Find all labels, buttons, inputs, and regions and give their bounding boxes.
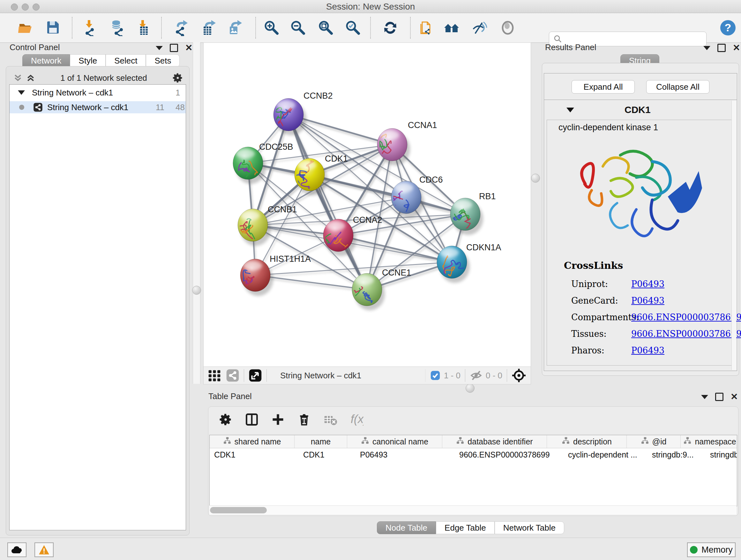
float-panel-icon[interactable]: [701, 395, 708, 399]
selected-checkbox-icon[interactable]: [430, 370, 441, 381]
node-table[interactable]: shared namenamecanonical namedatabase id…: [209, 435, 737, 506]
results-scrollbar[interactable]: [731, 101, 736, 370]
tab-edge-table[interactable]: Edge Table: [436, 521, 495, 534]
right-splitter-handle[interactable]: [531, 174, 540, 183]
left-splitter[interactable]: [193, 43, 200, 384]
cloud-button[interactable]: [7, 543, 26, 557]
cell[interactable]: 9606.ENSP00000378699: [455, 448, 563, 461]
import-table-icon[interactable]: [134, 18, 152, 37]
network-collection-row[interactable]: String Network – cdk1 1: [10, 86, 186, 99]
refresh-icon[interactable]: [381, 18, 400, 37]
maximize-panel-icon[interactable]: [718, 44, 726, 52]
crosslink-value-link[interactable]: P06493: [631, 346, 664, 355]
memory-button[interactable]: Memory: [687, 543, 736, 557]
column-header-database-identifier[interactable]: database identifier: [442, 435, 547, 448]
cell[interactable]: stringdb:9...: [648, 448, 705, 461]
export-table-icon[interactable]: [199, 18, 218, 37]
delete-table-icon[interactable]: [323, 412, 338, 427]
node-CCNB1[interactable]: [229, 209, 268, 241]
home-icon[interactable]: [443, 18, 461, 37]
close-panel-icon[interactable]: ✕: [733, 45, 740, 51]
export-image-icon[interactable]: [226, 18, 244, 37]
collapse-all-icon[interactable]: [13, 73, 23, 83]
close-panel-icon[interactable]: ✕: [185, 45, 192, 51]
cell[interactable]: cyclin-dependent ...: [563, 448, 648, 461]
float-panel-icon[interactable]: [703, 46, 711, 50]
column-tree-icon: [456, 437, 464, 446]
grid-view-icon[interactable]: [207, 368, 221, 382]
crosslink-row: Tissues:9606.ENSP00000378699: [571, 329, 731, 339]
column-header-canonical-name[interactable]: canonical name: [347, 435, 442, 448]
split-columns-icon[interactable]: [244, 412, 259, 427]
column-header-shared-name[interactable]: shared name: [210, 435, 294, 448]
crosslink-value-link[interactable]: P06493: [631, 296, 664, 306]
import-network-database-icon[interactable]: [108, 18, 126, 37]
float-panel-icon[interactable]: [156, 46, 163, 50]
cell[interactable]: P06493: [355, 448, 455, 461]
gray-eye-icon[interactable]: [498, 18, 517, 37]
network-canvas[interactable]: CCNB2CCNA1CDC25BCDK1CDC6RB1CCNB1CCNA2CDK…: [204, 43, 531, 367]
close-panel-icon[interactable]: ✕: [731, 394, 738, 400]
column-label: database identifier: [468, 437, 533, 446]
node-label-CCNB2: CCNB2: [304, 91, 333, 101]
left-splitter-handle[interactable]: [192, 286, 201, 295]
cell[interactable]: CDK1: [210, 448, 299, 461]
zoom-in-icon[interactable]: [262, 18, 281, 37]
tab-style[interactable]: Style: [70, 54, 106, 67]
column-header-name[interactable]: name: [294, 435, 347, 448]
tab-network[interactable]: Network: [22, 54, 70, 67]
node-label-CCNE1: CCNE1: [382, 268, 411, 277]
save-session-icon[interactable]: [44, 18, 62, 37]
tab-select[interactable]: Select: [106, 54, 146, 67]
collection-expander-icon[interactable]: [18, 90, 25, 95]
network-view-toolbar: String Network – cdk1 1 - 0 0 - 0: [204, 367, 531, 384]
tab-network-table[interactable]: Network Table: [495, 521, 564, 534]
maximize-panel-icon[interactable]: [170, 44, 178, 52]
gear-icon[interactable]: [218, 412, 233, 427]
table-horizontal-scrollbar[interactable]: [209, 505, 737, 515]
crosslink-value-link[interactable]: 9606.ENSP00000378699: [631, 329, 741, 339]
warning-button[interactable]: [35, 543, 54, 557]
expand-all-button[interactable]: Expand All: [571, 80, 635, 94]
maximize-panel-icon[interactable]: [715, 393, 724, 401]
gear-icon[interactable]: [172, 72, 184, 84]
cell[interactable]: stringdb: [705, 448, 737, 461]
share-document-icon[interactable]: [418, 18, 436, 37]
tab-node-table[interactable]: Node Table: [377, 521, 436, 534]
collapse-entry-icon[interactable]: [566, 108, 574, 112]
scrollbar-thumb[interactable]: [210, 507, 267, 513]
hidden-eye-icon[interactable]: [470, 369, 482, 382]
expand-all-icon[interactable]: [26, 73, 36, 83]
svg-text:f(x): f(x): [351, 413, 363, 426]
open-session-icon[interactable]: [17, 18, 35, 37]
import-network-file-icon[interactable]: [80, 18, 99, 37]
table-row[interactable]: CDK1CDK1P064939606.ENSP00000378699cyclin…: [210, 448, 737, 461]
column-header-description[interactable]: description: [547, 435, 627, 448]
toolbar-separator: [410, 17, 411, 39]
delete-column-icon[interactable]: [296, 412, 312, 427]
network-view-icon[interactable]: [226, 369, 239, 382]
crosslink-value-link[interactable]: 9606.ENSP00000378699: [631, 312, 741, 322]
collapse-all-button[interactable]: Collapse All: [646, 80, 710, 94]
column-header--id[interactable]: @id: [627, 435, 681, 448]
node-CCNB2[interactable]: [273, 98, 304, 131]
help-button[interactable]: ?: [719, 18, 737, 37]
network-row[interactable]: String Network – cdk1 11 48: [10, 101, 186, 113]
zoom-fit-icon[interactable]: [317, 18, 335, 37]
function-icon[interactable]: f(x): [349, 412, 364, 427]
crosslink-value-link[interactable]: P06493: [631, 279, 664, 289]
zoom-out-icon[interactable]: [289, 18, 307, 37]
node-table-container: f(x) shared namenamecanonical namedataba…: [208, 407, 738, 516]
export-network-icon[interactable]: [172, 18, 190, 37]
birdseye-view-icon[interactable]: [249, 369, 262, 382]
network-view[interactable]: CCNB2CCNA1CDC25BCDK1CDC6RB1CCNB1CCNA2CDK…: [203, 43, 531, 384]
zoom-selected-icon[interactable]: [344, 18, 362, 37]
column-header-namespace[interactable]: namespace: [681, 435, 737, 448]
tab-sets[interactable]: Sets: [146, 54, 180, 67]
cell[interactable]: CDK1: [299, 448, 355, 461]
entry-description: cyclin-dependent kinase 1: [558, 123, 658, 132]
hide-selected-icon[interactable]: [470, 18, 488, 37]
fit-selected-crosshair-icon[interactable]: [512, 368, 526, 383]
node-result-header[interactable]: CDK1: [544, 100, 737, 120]
add-column-icon[interactable]: [270, 412, 286, 427]
